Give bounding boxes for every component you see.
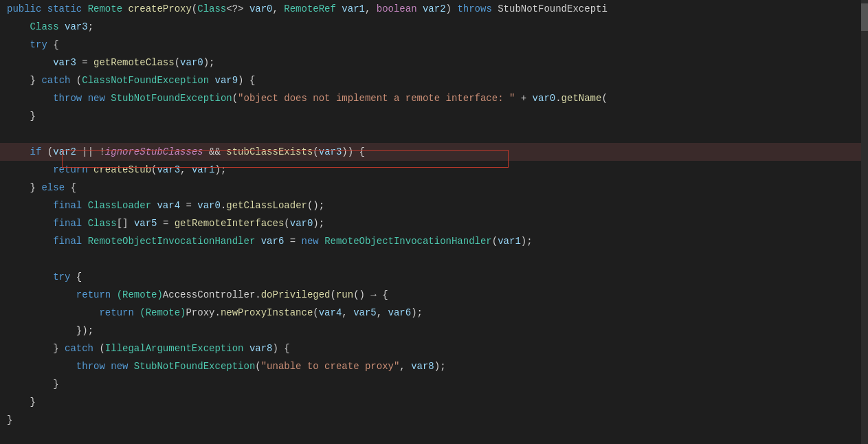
code-line	[0, 250, 868, 268]
code-token: (	[232, 93, 238, 104]
code-token: "object does not implement a remote inte…	[238, 93, 515, 104]
code-token: ,	[273, 3, 285, 14]
code-token: (	[313, 307, 318, 318]
code-token: var0	[197, 200, 221, 211]
code-token: ,	[399, 361, 411, 372]
code-token: run	[336, 289, 353, 300]
code-token: try	[30, 39, 47, 50]
code-token: var8	[411, 361, 434, 372]
code-token	[7, 93, 53, 104]
code-token: Class	[88, 218, 117, 229]
line-content: final ClassLoader var4 = var0.getClassLo…	[0, 200, 324, 211]
code-token: var1	[342, 3, 365, 14]
line-content: final Class[] var5 = getRemoteInterfaces…	[0, 218, 324, 229]
code-line: var3 = getRemoteClass(var0);	[0, 54, 868, 71]
code-line: return createStub(var3, var1);	[0, 161, 868, 179]
code-token: final	[53, 236, 87, 247]
code-token: var3	[53, 57, 76, 68]
code-token: var0	[180, 57, 203, 68]
code-token: || !	[76, 146, 105, 157]
code-token: var0	[533, 93, 556, 104]
code-token: getClassLoader	[226, 200, 307, 211]
line-content: throw new StubNotFoundException("unable …	[0, 361, 446, 372]
code-line: final RemoteObjectInvocationHandler var6…	[0, 232, 868, 250]
code-token: StubNotFoundExcepti	[498, 3, 608, 14]
code-token: catch	[65, 343, 93, 354]
code-token	[7, 164, 53, 175]
code-token: IllegalArgumentException	[105, 343, 249, 354]
line-content: }	[0, 397, 36, 408]
code-token: )	[446, 3, 458, 14]
code-token: getName	[561, 93, 602, 104]
code-token: var1	[498, 236, 521, 247]
code-token: =	[157, 218, 174, 229]
code-line: Class var3;	[0, 18, 868, 36]
code-token: throw	[53, 93, 82, 104]
code-token: final	[53, 218, 87, 229]
code-token: new	[111, 361, 134, 372]
code-token: new	[88, 93, 111, 104]
code-token: (Remote)	[140, 307, 186, 318]
code-token: (	[331, 289, 336, 300]
code-token	[7, 271, 53, 282]
code-token: }	[7, 414, 12, 425]
code-token: StubNotFoundException	[134, 361, 255, 372]
code-token: );	[214, 164, 226, 175]
code-line: throw new StubNotFoundException("object …	[0, 89, 868, 107]
code-token: (	[255, 361, 260, 372]
code-token: }	[7, 379, 59, 390]
code-token: (	[601, 93, 607, 104]
code-token: ClassNotFoundException	[82, 75, 214, 86]
code-line: public static Remote createProxy(Class<?…	[0, 0, 868, 18]
code-editor: public static Remote createProxy(Class<?…	[0, 0, 868, 444]
code-line: if (var2 || !ignoreStubClasses && stubCl…	[0, 143, 868, 161]
code-token: }	[7, 343, 65, 354]
code-line: } catch (IllegalArgumentException var8) …	[0, 340, 868, 357]
code-token: }	[7, 397, 36, 408]
line-content: var3 = getRemoteClass(var0);	[0, 57, 215, 68]
code-token: var6	[388, 307, 412, 318]
code-token	[7, 200, 53, 211]
code-token: try	[53, 271, 70, 282]
code-token: if	[30, 146, 42, 157]
code-token: ();	[307, 200, 324, 211]
code-token: getRemoteClass	[93, 57, 175, 68]
code-line: final ClassLoader var4 = var0.getClassLo…	[0, 197, 868, 214]
scrollbar[interactable]	[861, 0, 868, 444]
code-token: .	[555, 93, 561, 104]
code-token: }	[7, 75, 41, 86]
code-token: (	[175, 57, 180, 68]
code-token: newProxyInstance	[221, 307, 313, 318]
line-content: }	[0, 111, 36, 122]
code-token: var2	[53, 146, 76, 157]
code-token: new	[302, 236, 325, 247]
code-token: ,	[365, 3, 377, 14]
code-token: );	[313, 218, 324, 229]
code-token: );	[203, 57, 215, 68]
code-token: (	[284, 218, 289, 229]
code-token: (Remote)	[117, 289, 163, 300]
code-token: (	[492, 236, 498, 247]
code-line: } else {	[0, 179, 868, 197]
code-token: {	[47, 39, 59, 50]
code-token: doPrivileged	[261, 289, 331, 300]
code-token: StubNotFoundException	[111, 93, 232, 104]
code-token: var4	[319, 307, 342, 318]
code-token: createProxy	[128, 3, 191, 14]
code-token: AccessController.	[163, 289, 261, 300]
line-content: });	[0, 325, 93, 336]
code-token: static	[47, 3, 88, 14]
code-line: throw new StubNotFoundException("unable …	[0, 357, 868, 375]
code-token: var3	[157, 164, 180, 175]
line-content: } catch (IllegalArgumentException var8) …	[0, 343, 290, 354]
code-token: });	[76, 325, 93, 336]
code-token: (	[151, 164, 157, 175]
code-token: RemoteObjectInvocationHandler	[88, 236, 261, 247]
code-token: =	[180, 200, 197, 211]
code-token: return	[99, 307, 140, 318]
code-token: =	[284, 236, 301, 247]
scrollbar-thumb[interactable]	[861, 3, 868, 31]
code-token: {	[65, 182, 76, 193]
code-token: var1	[192, 164, 215, 175]
code-token: =	[76, 57, 93, 68]
